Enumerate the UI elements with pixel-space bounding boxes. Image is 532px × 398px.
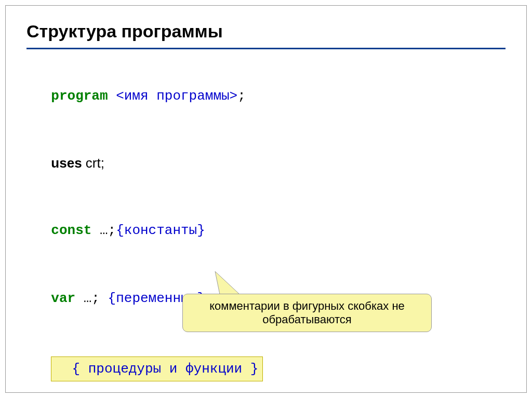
callout-text: комментарии в фигурных скобках не обраба… [182, 294, 432, 332]
callout-arrow-icon [214, 270, 245, 296]
highlight-procedures: { процедуры и функции } [51, 356, 263, 382]
const-rest: …; [91, 223, 116, 238]
kw-var: var [51, 291, 75, 306]
svg-marker-0 [215, 271, 240, 294]
var-rest: …; [75, 291, 108, 306]
kw-uses: uses [51, 155, 86, 171]
placeholder-progname: <имя программы> [108, 88, 238, 104]
kw-const: const [51, 223, 91, 238]
code-block: program <имя программы>; uses crt; const… [26, 62, 506, 398]
kw-program: program [51, 88, 108, 104]
callout: комментарии в фигурных скобках не обраба… [182, 294, 432, 332]
slide-title: Структура программы [26, 21, 506, 49]
uses-val: crt; [86, 155, 104, 171]
comment-const: {константы} [116, 223, 205, 238]
semicolon: ; [237, 88, 246, 104]
